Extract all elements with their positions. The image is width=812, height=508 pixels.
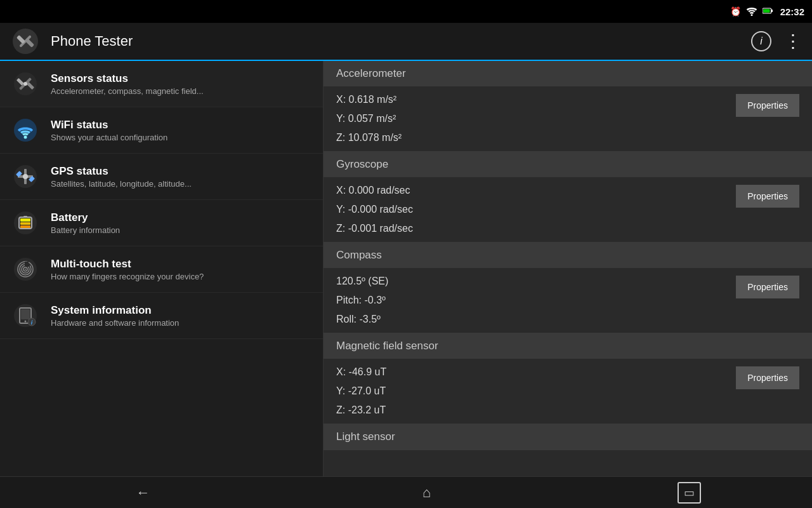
gps-text: GPS status Satellites, latitude, longitu… <box>51 165 313 189</box>
magnetic-y: Y: -27.0 uT <box>336 383 386 399</box>
sensors-text: Sensors status Accelerometer, compass, m… <box>51 72 313 96</box>
magnetic-section: Magnetic field sensor X: -46.9 uT Y: -27… <box>324 333 812 424</box>
system-text: System information Hardware and software… <box>51 304 313 328</box>
sidebar: Sensors status Accelerometer, compass, m… <box>0 61 324 476</box>
accelerometer-properties-button[interactable]: Properties <box>736 94 799 117</box>
svg-rect-3 <box>763 9 769 13</box>
svg-point-20 <box>23 174 28 179</box>
gyro-x: X: 0.000 rad/sec <box>336 182 413 199</box>
svg-rect-34 <box>25 264 30 267</box>
wifi-text: WiFi status Shows your actual configurat… <box>51 119 313 142</box>
svg-rect-26 <box>20 218 30 222</box>
status-bar: ⏰ 22:32 <box>0 0 812 23</box>
info-button[interactable]: i <box>751 31 771 51</box>
gyro-z: Z: -0.001 rad/sec <box>336 220 413 237</box>
main-content: Sensors status Accelerometer, compass, m… <box>0 61 812 476</box>
compass-properties-button[interactable]: Properties <box>736 276 799 298</box>
svg-rect-25 <box>20 222 30 225</box>
time-display: 22:32 <box>780 6 804 17</box>
wifi-icon <box>10 115 41 145</box>
compass-section: Compass 120.5º (SE) Pitch: -0.3º Roll: -… <box>324 243 812 333</box>
gyro-y: Y: -0.000 rad/sec <box>336 201 413 218</box>
multitouch-title: Multi-touch test <box>51 258 313 271</box>
more-options-button[interactable]: ⋮ <box>784 32 802 50</box>
accel-z: Z: 10.078 m/s² <box>336 130 402 146</box>
light-section: Light sensor <box>324 424 812 450</box>
sidebar-item-battery[interactable]: Battery Battery information <box>0 200 323 246</box>
sensors-title: Sensors status <box>51 72 313 85</box>
multitouch-text: Multi-touch test How many fingers recogn… <box>51 258 313 281</box>
nav-bar: ← ⌂ ▭ <box>0 476 812 508</box>
compass-roll: Roll: -3.5º <box>336 311 388 328</box>
compass-values: 120.5º (SE) Pitch: -0.3º Roll: -3.5º <box>336 273 388 328</box>
battery-title: Battery <box>51 211 313 224</box>
gyroscope-values: X: 0.000 rad/sec Y: -0.000 rad/sec Z: -0… <box>336 182 413 237</box>
accelerometer-header: Accelerometer <box>324 61 812 86</box>
battery-subtitle: Battery information <box>51 225 313 235</box>
system-icon: i <box>10 300 41 331</box>
content-panel: Accelerometer X: 0.618 m/s² Y: 0.057 m/s… <box>324 61 812 476</box>
gyroscope-header: Gyroscope <box>324 152 812 177</box>
system-subtitle: Hardware and software information <box>51 318 313 328</box>
gps-subtitle: Satellites, latitude, longitude, altitud… <box>51 179 313 189</box>
svg-point-38 <box>25 321 27 323</box>
light-header: Light sensor <box>324 424 812 450</box>
sensors-icon <box>10 69 41 99</box>
compass-header: Compass <box>324 243 812 268</box>
magnetic-header: Magnetic field sensor <box>324 333 812 359</box>
back-button[interactable]: ← <box>111 479 176 506</box>
sidebar-item-wifi[interactable]: WiFi status Shows your actual configurat… <box>0 107 323 154</box>
accel-y: Y: 0.057 m/s² <box>336 110 402 127</box>
accelerometer-values: X: 0.618 m/s² Y: 0.057 m/s² Z: 10.078 m/… <box>336 91 402 146</box>
svg-point-32 <box>25 269 26 270</box>
system-title: System information <box>51 304 313 317</box>
wifi-subtitle: Shows your actual configuration <box>51 133 313 142</box>
action-bar-icons: i ⋮ <box>751 31 802 51</box>
home-button[interactable]: ⌂ <box>397 479 456 506</box>
accel-x: X: 0.618 m/s² <box>336 91 402 108</box>
compass-pitch: Pitch: -0.3º <box>336 292 388 309</box>
alarm-icon: ⏰ <box>730 6 741 17</box>
recent-apps-button[interactable]: ▭ <box>678 482 701 504</box>
svg-point-14 <box>24 136 27 139</box>
wifi-title: WiFi status <box>51 119 313 131</box>
magnetic-body: X: -46.9 uT Y: -27.0 uT Z: -23.2 uT Prop… <box>324 359 812 424</box>
svg-point-0 <box>750 14 752 16</box>
battery-sidebar-icon <box>10 208 41 238</box>
accelerometer-section: Accelerometer X: 0.618 m/s² Y: 0.057 m/s… <box>324 61 812 152</box>
app-logo <box>10 26 41 57</box>
magnetic-z: Z: -23.2 uT <box>336 402 386 418</box>
gps-icon <box>10 161 41 192</box>
svg-rect-2 <box>771 10 772 12</box>
gyroscope-body: X: 0.000 rad/sec Y: -0.000 rad/sec Z: -0… <box>324 177 812 242</box>
magnetic-properties-button[interactable]: Properties <box>736 366 799 389</box>
accelerometer-body: X: 0.618 m/s² Y: 0.057 m/s² Z: 10.078 m/… <box>324 86 812 151</box>
sidebar-item-gps[interactable]: GPS status Satellites, latitude, longitu… <box>0 154 323 200</box>
multitouch-subtitle: How many fingers recognize your device? <box>51 272 313 281</box>
battery-icon <box>763 6 773 18</box>
app-title: Phone Tester <box>51 33 751 50</box>
svg-point-12 <box>23 82 27 86</box>
compass-body: 120.5º (SE) Pitch: -0.3º Roll: -3.5º Pro… <box>324 268 812 333</box>
gyroscope-section: Gyroscope X: 0.000 rad/sec Y: -0.000 rad… <box>324 152 812 243</box>
sidebar-item-sensors[interactable]: Sensors status Accelerometer, compass, m… <box>0 61 323 107</box>
gyroscope-properties-button[interactable]: Properties <box>736 185 799 208</box>
magnetic-x: X: -46.9 uT <box>336 364 386 380</box>
gps-title: GPS status <box>51 165 313 178</box>
svg-rect-37 <box>21 309 30 319</box>
sidebar-item-system[interactable]: i System information Hardware and softwa… <box>0 293 323 339</box>
battery-text: Battery Battery information <box>51 211 313 235</box>
action-bar: Phone Tester i ⋮ <box>0 23 812 61</box>
sensors-subtitle: Accelerometer, compass, magnetic field..… <box>51 86 313 96</box>
compass-direction: 120.5º (SE) <box>336 273 388 290</box>
svg-rect-24 <box>20 225 30 228</box>
magnetic-values: X: -46.9 uT Y: -27.0 uT Z: -23.2 uT <box>336 364 386 418</box>
wifi-signal-icon <box>746 6 757 18</box>
multitouch-icon <box>10 254 41 284</box>
svg-rect-23 <box>23 216 27 218</box>
sidebar-item-multitouch[interactable]: Multi-touch test How many fingers recogn… <box>0 246 323 293</box>
